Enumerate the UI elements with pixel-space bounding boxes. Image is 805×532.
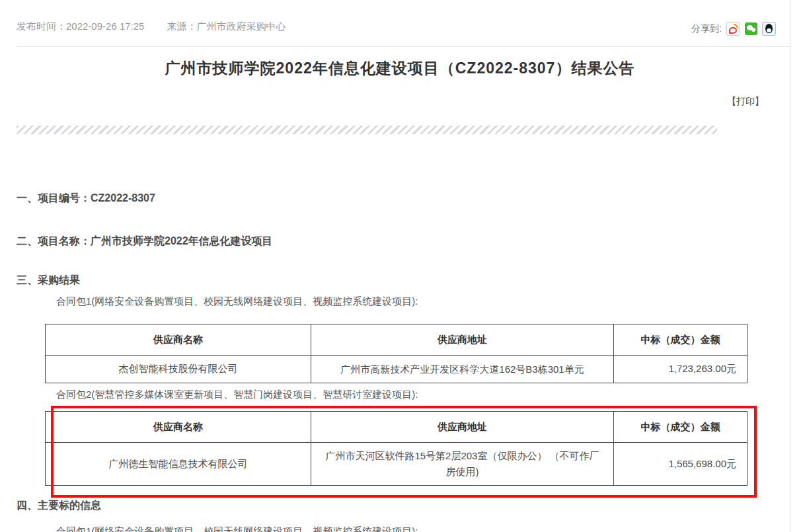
share-label: 分享到: <box>691 23 722 35</box>
table-row: 广州德生智能信息技术有限公司 广州市天河区软件路15号第2层203室（仅限办公）… <box>46 443 748 486</box>
qq-share-icon[interactable] <box>762 22 776 36</box>
wechat-share-icon[interactable] <box>745 22 757 35</box>
header-divider <box>17 46 790 47</box>
col-header-award-amount: 中标（成交）金额 <box>614 324 748 356</box>
hatched-divider <box>17 126 717 134</box>
print-button[interactable]: 【打印】 <box>727 96 764 108</box>
col-header-supplier-address: 供应商地址 <box>311 324 614 356</box>
wechat-bubble-small-glyph <box>751 28 755 32</box>
table-row: 杰创智能科技股份有限公司 广州市高新技术产业开发区科学大道162号B3栋301单… <box>46 356 748 383</box>
supplier-name-cell: 广州德生智能信息技术有限公司 <box>46 443 311 486</box>
section-heading-project-number: 一、项目编号：CZ2022-8307 <box>17 192 155 206</box>
supplier-address-cell: 广州市高新技术产业开发区科学大道162号B3栋301单元 <box>311 356 614 383</box>
award-amount-cell: 1,723,263.00元 <box>614 356 748 383</box>
publish-meta: 发布时间：2022-09-26 17:25来源：广州市政府采购中心 <box>17 20 286 33</box>
content-right-border <box>790 0 791 532</box>
section-heading-project-name: 二、项目名称：广州市技师学院2022年信息化建设项目 <box>17 235 273 248</box>
table-header-row: 供应商名称 供应商地址 中标（成交）金额 <box>46 324 748 356</box>
supplier-name-cell: 杰创智能科技股份有限公司 <box>46 356 311 383</box>
qq-penguin-belly-glyph <box>767 28 771 32</box>
col-header-supplier-name: 供应商名称 <box>46 324 311 356</box>
table-header-row: 供应商名称 供应商地址 中标（成交）金额 <box>46 412 748 443</box>
award-amount-cell: 1,565,698.00元 <box>614 443 748 486</box>
source-value: 广州市政府采购中心 <box>196 20 286 32</box>
supplier-address-cell: 广州市天河区软件路15号第2层203室（仅限办公） （不可作厂房使用) <box>311 443 614 486</box>
col-header-award-amount: 中标（成交）金额 <box>614 412 748 443</box>
package-1-result-table: 供应商名称 供应商地址 中标（成交）金额 杰创智能科技股份有限公司 广州市高新技… <box>45 324 748 383</box>
section-heading-procurement-result: 三、采购结果 <box>17 274 80 287</box>
announcement-page: 发布时间：2022-09-26 17:25来源：广州市政府采购中心 分享到: 广… <box>0 0 805 532</box>
package-2-label: 合同包2(智慧管控多媒体课室更新项目、智慧门岗建设项目、智慧研讨室建设项目): <box>56 389 418 401</box>
package-2-result-table: 供应商名称 供应商地址 中标（成交）金额 广州德生智能信息技术有限公司 广州市天… <box>45 411 748 486</box>
clipped-bottom-text: 合同包1(网络安全设备购置项目、校园无线网络建设项目、视频监控系统建设项目): <box>56 525 418 532</box>
weibo-spark-glyph <box>734 24 738 28</box>
share-bar: 分享到: <box>691 22 776 36</box>
page-title: 广州市技师学院2022年信息化建设项目（CZ2022-8307）结果公告 <box>17 58 783 79</box>
col-header-supplier-address: 供应商地址 <box>311 412 614 443</box>
col-header-supplier-name: 供应商名称 <box>46 412 311 443</box>
section-heading-main-subject-info: 四、主要标的信息 <box>17 499 101 513</box>
publish-time-label: 发布时间： <box>17 20 66 32</box>
publish-time-value: 2022-09-26 17:25 <box>66 20 144 32</box>
package-1-label: 合同包1(网络安全设备购置项目、校园无线网络建设项目、视频监控系统建设项目): <box>56 295 418 308</box>
source-label: 来源： <box>167 20 196 32</box>
weibo-share-icon[interactable] <box>726 22 740 36</box>
